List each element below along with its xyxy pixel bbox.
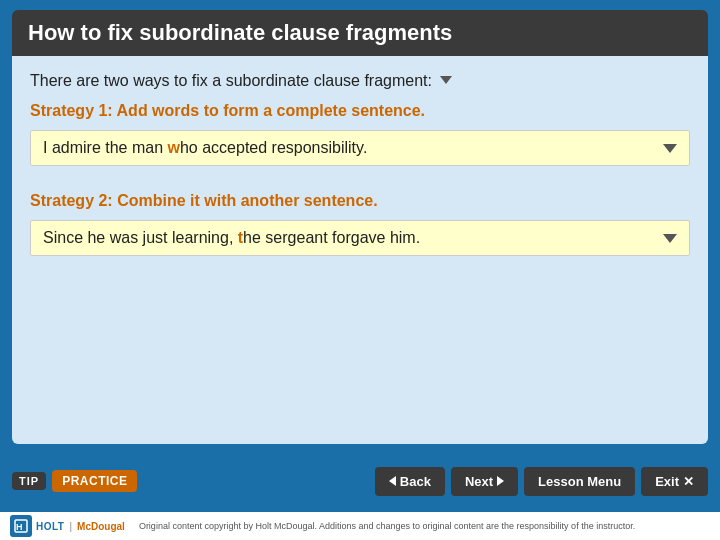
nav-buttons: Back Next Lesson Menu Exit ✕ <box>375 467 708 496</box>
example2-dropdown-icon[interactable] <box>663 234 677 243</box>
svg-text:H: H <box>16 522 23 532</box>
footer-bar: H HOLT | McDougal Original content copyr… <box>0 512 720 540</box>
practice-badge[interactable]: PRACTICE <box>52 470 137 492</box>
title-bar: How to fix subordinate clause fragments <box>12 10 708 56</box>
mcdougal-brand-text: McDougal <box>77 521 125 532</box>
next-button[interactable]: Next <box>451 467 518 496</box>
strategy1-label: Strategy 1: Add words to form a complete… <box>30 102 690 120</box>
back-button[interactable]: Back <box>375 467 445 496</box>
holt-logo-icon: H <box>13 518 29 534</box>
tip-section: TIP PRACTICE <box>12 470 137 492</box>
holt-brand-text: HOLT <box>36 521 64 532</box>
main-container: How to fix subordinate clause fragments … <box>0 0 720 450</box>
example2-text: Since he was just learning, the sergeant… <box>43 229 420 247</box>
holt-logo: H HOLT | McDougal <box>10 515 125 537</box>
exit-button[interactable]: Exit ✕ <box>641 467 708 496</box>
back-arrow-icon <box>389 476 396 486</box>
bottom-bar: TIP PRACTICE Back Next Lesson Menu Exit … <box>0 450 720 512</box>
brand-separator: | <box>69 521 72 532</box>
content-area: There are two ways to fix a subordinate … <box>12 56 708 444</box>
tip-badge: TIP <box>12 472 46 490</box>
exit-x-icon: ✕ <box>683 474 694 489</box>
example1-box: I admire the man who accepted responsibi… <box>30 130 690 166</box>
example2-box: Since he was just learning, the sergeant… <box>30 220 690 256</box>
intro-text: There are two ways to fix a subordinate … <box>30 70 690 92</box>
page-title: How to fix subordinate clause fragments <box>28 20 692 46</box>
dropdown-arrow-icon[interactable] <box>440 76 452 84</box>
spacer1 <box>30 176 690 182</box>
holt-icon: H <box>10 515 32 537</box>
example1-text: I admire the man who accepted responsibi… <box>43 139 367 157</box>
strategy2-label: Strategy 2: Combine it with another sent… <box>30 192 690 210</box>
footer-disclaimer: Original content copyright by Holt McDou… <box>139 521 635 531</box>
next-arrow-icon <box>497 476 504 486</box>
lesson-menu-button[interactable]: Lesson Menu <box>524 467 635 496</box>
example1-dropdown-icon[interactable] <box>663 144 677 153</box>
